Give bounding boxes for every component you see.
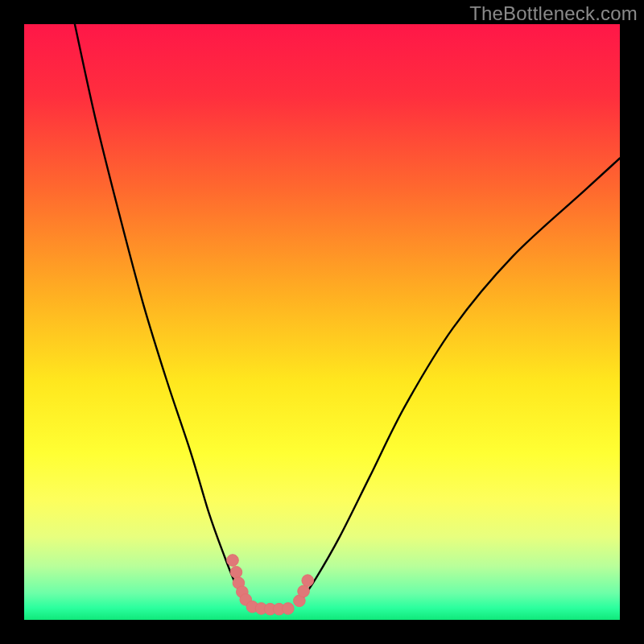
chart-frame: TheBottleneck.com: [0, 0, 644, 644]
chart-svg: [24, 24, 620, 620]
marker-left-cluster-0: [227, 555, 239, 567]
marker-left-cluster-1: [230, 567, 242, 579]
plot-area: [24, 24, 620, 620]
watermark-text: TheBottleneck.com: [469, 2, 638, 25]
marker-right-cluster-2: [302, 575, 314, 587]
marker-right-cluster-1: [298, 585, 310, 597]
marker-bottom-cluster-4: [283, 603, 295, 615]
gradient-background: [24, 24, 620, 620]
